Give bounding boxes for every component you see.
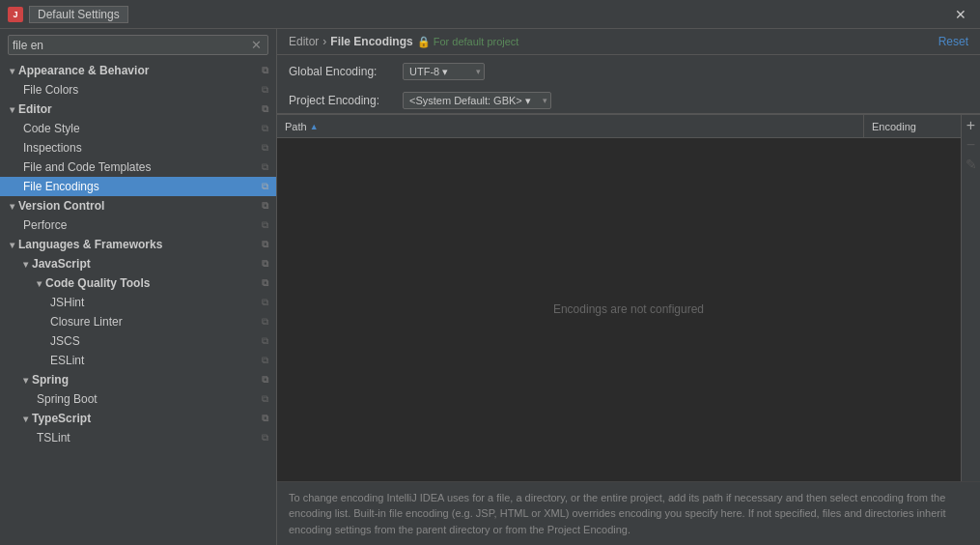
title-bar: J Default Settings ✕	[0, 0, 980, 29]
sidebar-item-label: Code Style	[23, 122, 80, 135]
expand-arrow: ▾	[37, 278, 42, 289]
table-area: Path ▲ Encoding Encodings are not config…	[277, 114, 980, 481]
sidebar-item-typescript[interactable]: ▾ TypeScript ⧉	[0, 409, 276, 428]
global-encoding-select[interactable]: UTF-8 ▾ UTF-16 ISO-8859-1	[403, 63, 485, 80]
copy-icon: ⧉	[262, 413, 268, 424]
sidebar-item-label: JSHint	[50, 296, 84, 309]
table-body-empty: Encodings are not configured	[277, 138, 980, 481]
sidebar-item-code-quality-tools[interactable]: ▾ Code Quality Tools ⧉	[0, 273, 276, 293]
window-title: Default Settings	[29, 6, 128, 23]
sidebar-item-inspections[interactable]: Inspections ⧉	[0, 138, 276, 158]
copy-icon: ⧉	[262, 161, 268, 173]
sidebar-item-languages-frameworks[interactable]: ▾ Languages & Frameworks ⧉	[0, 235, 276, 254]
sidebar-item-file-encodings[interactable]: File Encodings ⧉	[0, 177, 276, 196]
sidebar-item-file-colors[interactable]: File Colors ⧉	[0, 80, 276, 100]
expand-arrow: ▾	[10, 66, 14, 76]
copy-icon: ⧉	[262, 374, 268, 386]
copy-icon: ⧉	[262, 297, 268, 308]
search-box: ✕	[0, 29, 276, 61]
copy-icon: ⧉	[262, 84, 268, 96]
main-area: ✕ ▾ Appearance & Behavior ⧉ File Colors …	[0, 29, 980, 545]
copy-icon: ⧉	[262, 181, 268, 192]
copy-icon: ⧉	[262, 219, 268, 231]
project-encoding-select[interactable]: <System Default: GBK> ▾ UTF-8	[403, 92, 551, 109]
sidebar-item-label: Perforce	[23, 218, 67, 232]
copy-icon: ⧉	[262, 335, 268, 347]
global-encoding-select-wrap: UTF-8 ▾ UTF-16 ISO-8859-1 ▾	[403, 63, 485, 80]
search-input[interactable]	[13, 39, 249, 52]
copy-icon: ⧉	[262, 258, 268, 270]
encoding-label: Encoding	[872, 121, 916, 132]
copy-icon: ⧉	[262, 393, 268, 405]
global-encoding-row: Global Encoding: UTF-8 ▾ UTF-16 ISO-8859…	[277, 55, 980, 84]
add-button[interactable]: +	[963, 117, 980, 134]
sidebar-item-version-control[interactable]: ▾ Version Control ⧉	[0, 196, 276, 215]
edit-button[interactable]: ✎	[963, 156, 980, 173]
sidebar-item-label: File Colors	[23, 83, 78, 97]
search-clear-button[interactable]: ✕	[249, 38, 264, 52]
copy-icon: ⧉	[262, 277, 268, 289]
sidebar-item-jshint[interactable]: JSHint ⧉	[0, 293, 276, 312]
sidebar-item-label: File and Code Templates	[23, 160, 152, 174]
sidebar-item-label: Spring Boot	[37, 392, 98, 406]
sidebar-item-label: Editor	[18, 102, 52, 116]
copy-icon: ⧉	[262, 239, 268, 250]
copy-icon: ⧉	[262, 65, 268, 76]
expand-arrow: ▾	[23, 259, 28, 270]
expand-arrow: ▾	[10, 104, 14, 115]
sort-icon: ▲	[310, 122, 319, 131]
copy-icon: ⧉	[262, 432, 268, 444]
copy-icon: ⧉	[262, 316, 268, 328]
sidebar-item-label: JavaScript	[32, 257, 91, 271]
sidebar-item-spring[interactable]: ▾ Spring ⧉	[0, 370, 276, 389]
sidebar-item-spring-boot[interactable]: Spring Boot ⧉	[0, 389, 276, 409]
table-toolbar: + − ✎	[961, 115, 980, 481]
bottom-help-text: To change encoding IntelliJ IDEA uses fo…	[277, 481, 980, 546]
sidebar-item-label: Spring	[32, 373, 69, 387]
expand-arrow: ▾	[23, 414, 28, 424]
copy-icon: ⧉	[262, 103, 268, 115]
breadcrumb: Editor › File Encodings 🔒 For default pr…	[289, 35, 518, 48]
right-header: Editor › File Encodings 🔒 For default pr…	[277, 29, 980, 55]
sidebar-item-code-style[interactable]: Code Style ⧉	[0, 119, 276, 138]
sidebar-item-jscs[interactable]: JSCS ⧉	[0, 331, 276, 351]
sidebar-item-label: Closure Linter	[50, 315, 123, 329]
sidebar-item-label: Appearance & Behavior	[18, 64, 149, 77]
sidebar-item-label: Languages & Frameworks	[18, 238, 162, 251]
sidebar-item-javascript[interactable]: ▾ JavaScript ⧉	[0, 254, 276, 273]
table-header: Path ▲ Encoding	[277, 115, 980, 138]
sidebar-item-label: ESLint	[50, 354, 84, 367]
sidebar-item-label: Version Control	[18, 199, 104, 213]
sidebar-item-perforce[interactable]: Perforce ⧉	[0, 215, 276, 235]
reset-button[interactable]: Reset	[938, 35, 968, 48]
global-encoding-label: Global Encoding:	[289, 65, 395, 78]
sidebar-item-label: Inspections	[23, 141, 82, 155]
expand-arrow: ▾	[10, 201, 14, 212]
copy-icon: ⧉	[262, 200, 268, 212]
settings-rows: Global Encoding: UTF-8 ▾ UTF-16 ISO-8859…	[277, 55, 980, 114]
sidebar-item-tslint[interactable]: TSLint ⧉	[0, 428, 276, 447]
project-encoding-label: Project Encoding:	[289, 94, 395, 107]
project-encoding-row: Project Encoding: <System Default: GBK> …	[277, 84, 980, 113]
project-encoding-select-wrap: <System Default: GBK> ▾ UTF-8 ▾	[403, 92, 551, 109]
left-panel: ✕ ▾ Appearance & Behavior ⧉ File Colors …	[0, 29, 277, 545]
breadcrumb-separator: ›	[322, 35, 326, 48]
empty-message: Encodings are not configured	[553, 302, 704, 316]
app-icon: J	[8, 7, 23, 22]
right-panel: Editor › File Encodings 🔒 For default pr…	[277, 29, 980, 545]
sidebar-item-editor[interactable]: ▾ Editor ⧉	[0, 100, 276, 119]
copy-icon: ⧉	[262, 123, 268, 134]
sidebar-item-appearance-behavior[interactable]: ▾ Appearance & Behavior ⧉	[0, 61, 276, 80]
for-default-project: 🔒 For default project	[417, 36, 519, 48]
breadcrumb-current: File Encodings	[330, 35, 412, 48]
close-button[interactable]: ✕	[949, 5, 972, 24]
sidebar-item-eslint[interactable]: ESLint ⧉	[0, 351, 276, 370]
sidebar-item-closure-linter[interactable]: Closure Linter ⧉	[0, 312, 276, 331]
sidebar-item-label: TypeScript	[32, 412, 91, 425]
copy-icon: ⧉	[262, 355, 268, 366]
remove-button[interactable]: −	[963, 136, 980, 154]
sidebar-item-label: Code Quality Tools	[45, 276, 150, 290]
sidebar-item-file-code-templates[interactable]: File and Code Templates ⧉	[0, 158, 276, 177]
search-input-wrap: ✕	[8, 35, 268, 55]
breadcrumb-parent: Editor	[289, 35, 319, 48]
